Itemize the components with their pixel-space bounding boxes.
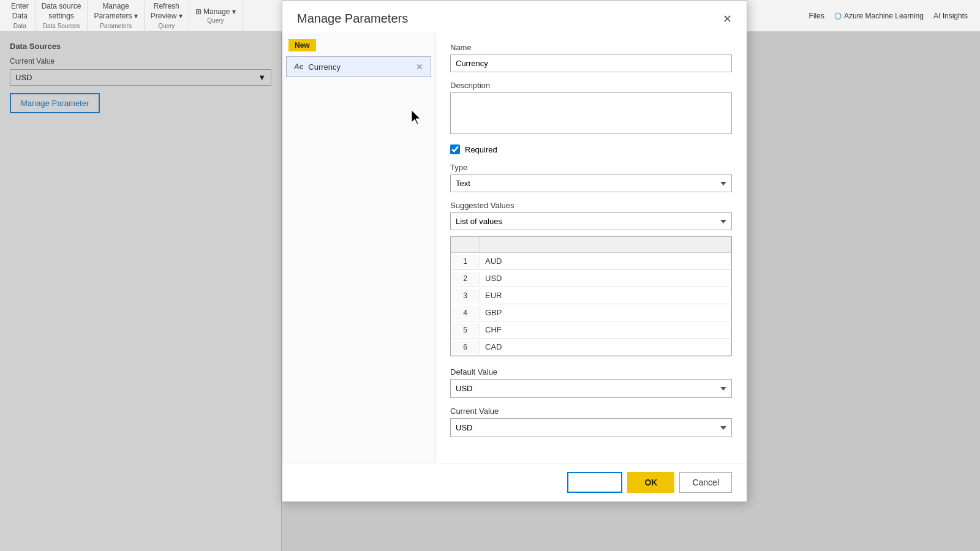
name-input[interactable] bbox=[450, 54, 732, 72]
azure-icon: ⬡ bbox=[834, 11, 842, 21]
toolbar-manage-section: Query bbox=[207, 17, 224, 24]
parameter-item-label: Currency bbox=[308, 62, 341, 72]
empty-button[interactable] bbox=[567, 472, 622, 493]
default-value-select[interactable]: USD AUD EUR GBP CHF CAD bbox=[450, 379, 732, 398]
manage-parameters-dialog: Manage Parameters ✕ New Ac Currency ✕ Na… bbox=[282, 0, 747, 502]
grid-header-value bbox=[480, 237, 731, 252]
values-grid-body[interactable]: 1 AUD 2 USD 3 EUR 4 GBP bbox=[451, 253, 731, 356]
parameter-type-icon: Ac bbox=[294, 62, 303, 71]
row-num-2: 2 bbox=[451, 272, 480, 285]
parameter-list-item-currency[interactable]: Ac Currency ✕ bbox=[286, 56, 431, 77]
table-row[interactable]: 5 CHF bbox=[451, 321, 731, 339]
row-num-3: 3 bbox=[451, 289, 480, 302]
type-field-label: Type bbox=[450, 163, 732, 172]
toolbar-manage-query[interactable]: ⊞ Manage ▾ Query bbox=[189, 0, 243, 31]
cancel-button[interactable]: Cancel bbox=[679, 472, 732, 493]
toolbar-azure-label[interactable]: ⬡ Azure Machine Learning bbox=[834, 11, 924, 21]
values-grid-header bbox=[451, 237, 731, 253]
row-val-3[interactable]: EUR bbox=[480, 288, 731, 302]
suggested-values-label: Suggested Values bbox=[450, 201, 732, 210]
toolbar-enter-data-label: EnterData bbox=[11, 2, 29, 21]
dialog-form-panel: Name Description Required Type Text Deci… bbox=[435, 33, 747, 463]
table-row[interactable]: 1 AUD bbox=[451, 253, 731, 270]
toolbar-params-label: ManageParameters ▾ bbox=[94, 2, 137, 21]
suggested-values-select[interactable]: Any value List of values Query bbox=[450, 212, 732, 230]
row-val-5[interactable]: CHF bbox=[480, 323, 731, 337]
type-select[interactable]: Text Decimal Number Fixed Decimal Number… bbox=[450, 174, 732, 192]
table-row[interactable]: 6 CAD bbox=[451, 339, 731, 356]
dialog-body: New Ac Currency ✕ Name Description Requi… bbox=[282, 33, 747, 463]
dialog-close-button[interactable]: ✕ bbox=[723, 13, 732, 24]
description-textarea[interactable] bbox=[450, 92, 732, 134]
toolbar-data-section: Data bbox=[13, 23, 26, 29]
row-num-4: 4 bbox=[451, 306, 480, 320]
dialog-list-panel: New Ac Currency ✕ bbox=[282, 33, 435, 463]
toolbar-refresh-section: Query bbox=[158, 23, 175, 29]
row-val-4[interactable]: GBP bbox=[480, 305, 731, 320]
toolbar-right: Files ⬡ Azure Machine Learning AI Insigh… bbox=[809, 0, 975, 31]
values-grid: 1 AUD 2 USD 3 EUR 4 GBP bbox=[450, 236, 732, 356]
name-field-label: Name bbox=[450, 43, 732, 52]
dialog-title-bar: Manage Parameters ✕ bbox=[282, 1, 747, 33]
parameter-item-close-icon[interactable]: ✕ bbox=[416, 62, 423, 72]
toolbar-files-label[interactable]: Files bbox=[809, 12, 824, 20]
toolbar-datasource-section: Data Sources bbox=[43, 23, 80, 29]
required-label: Required bbox=[465, 145, 497, 154]
new-parameter-button[interactable]: New bbox=[288, 39, 316, 51]
row-val-2[interactable]: USD bbox=[480, 271, 731, 285]
current-value-form-select[interactable]: USD AUD EUR GBP CHF CAD bbox=[450, 418, 732, 437]
table-row[interactable]: 3 EUR bbox=[451, 287, 731, 304]
table-row[interactable]: 4 GBP bbox=[451, 304, 731, 321]
dialog-title: Manage Parameters bbox=[297, 12, 408, 26]
toolbar-datasource-label: Data sourcesettings bbox=[42, 2, 81, 21]
row-num-6: 6 bbox=[451, 340, 480, 354]
required-row: Required bbox=[450, 144, 732, 154]
current-value-form-label: Current Value bbox=[450, 407, 732, 416]
toolbar-ai-insights-label[interactable]: AI Insights bbox=[933, 12, 968, 20]
ok-button[interactable]: OK bbox=[627, 472, 674, 493]
toolbar-data-source-settings[interactable]: Data sourcesettings Data Sources bbox=[36, 0, 88, 31]
dialog-footer: OK Cancel bbox=[282, 463, 747, 501]
row-num-5: 5 bbox=[451, 323, 480, 337]
toolbar-enter-data[interactable]: EnterData Data bbox=[5, 0, 36, 31]
toolbar-refresh-preview[interactable]: RefreshPreview ▾ Query bbox=[145, 0, 189, 31]
required-checkbox[interactable] bbox=[450, 144, 460, 154]
row-val-6[interactable]: CAD bbox=[480, 340, 731, 354]
default-value-label: Default Value bbox=[450, 367, 732, 377]
row-val-1[interactable]: AUD bbox=[480, 254, 731, 268]
toolbar-manage-label: ⊞ Manage ▾ bbox=[195, 7, 236, 16]
row-num-1: 1 bbox=[451, 255, 480, 268]
table-row[interactable]: 2 USD bbox=[451, 270, 731, 287]
grid-header-num bbox=[451, 237, 480, 252]
toolbar-refresh-label: RefreshPreview ▾ bbox=[151, 2, 183, 21]
description-field-label: Description bbox=[450, 81, 732, 90]
toolbar-manage-parameters[interactable]: ManageParameters ▾ Parameters bbox=[88, 0, 144, 31]
toolbar-params-section: Parameters bbox=[100, 23, 132, 29]
